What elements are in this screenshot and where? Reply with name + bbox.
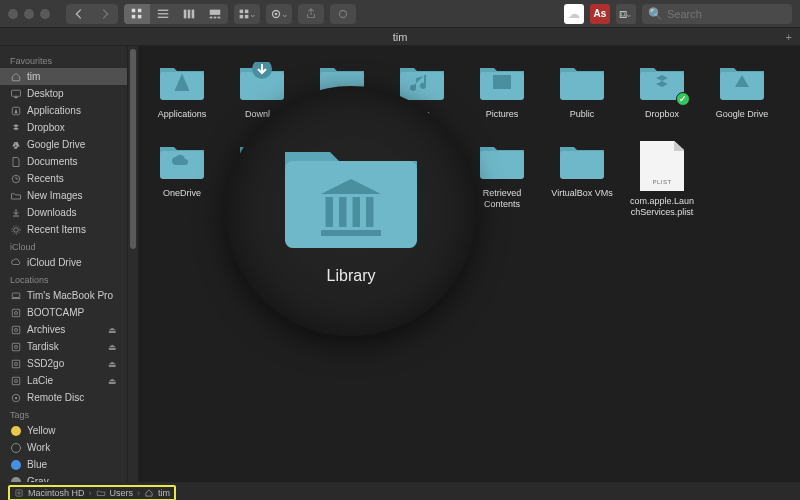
folder-item[interactable]: Pictures <box>468 62 536 129</box>
svg-point-65 <box>18 492 21 495</box>
sidebar-item-label: iCloud Drive <box>27 257 81 268</box>
search-input[interactable] <box>667 8 787 20</box>
cloud-indicator-icon[interactable]: ☁︎ <box>564 4 584 24</box>
sidebar-item[interactable]: Dropbox <box>0 119 127 136</box>
sidebar-item[interactable]: SSD2go⏏ <box>0 355 127 372</box>
sidebar-item[interactable]: Desktop <box>0 85 127 102</box>
sidebar-item[interactable]: Downloads <box>0 204 127 221</box>
path-segment[interactable]: Users <box>110 488 134 498</box>
home-icon <box>10 71 22 83</box>
sidebar-item[interactable]: Blue <box>0 456 127 473</box>
zoom-icon[interactable] <box>40 9 50 19</box>
sidebar-item[interactable]: Tardisk⏏ <box>0 338 127 355</box>
svg-rect-8 <box>188 9 191 18</box>
svg-rect-17 <box>245 14 249 18</box>
sidebar-item[interactable]: Remote Disc <box>0 389 127 406</box>
sidebar-header: iCloud <box>0 238 127 254</box>
minimize-icon[interactable] <box>24 9 34 19</box>
folder-item[interactable]: D… <box>308 141 376 218</box>
add-tab-button[interactable]: + <box>786 28 792 46</box>
svg-rect-2 <box>132 14 136 18</box>
app-tile-icon[interactable]: As <box>590 4 610 24</box>
folder-item[interactable]: …ic <box>388 62 456 129</box>
path-segment[interactable]: tim <box>158 488 170 498</box>
plist-file-icon: PLIST <box>640 141 684 191</box>
svg-point-40 <box>15 396 17 398</box>
tag-dot-icon <box>10 442 22 454</box>
gallery-view-button[interactable] <box>202 4 228 24</box>
svg-rect-57 <box>560 151 604 179</box>
tag-dot-icon <box>10 476 22 483</box>
sidebar-item[interactable]: tim <box>0 68 127 85</box>
svg-rect-16 <box>240 14 244 18</box>
column-view-button[interactable] <box>176 4 202 24</box>
sidebar-item[interactable]: iCloud Drive <box>0 254 127 271</box>
sidebar-item-label: Work <box>27 442 50 453</box>
search-field[interactable]: 🔍 <box>642 4 792 24</box>
folder-item[interactable]: Public <box>548 62 616 129</box>
magnifier-label: Library <box>327 267 376 285</box>
folder-item[interactable]: PLISTcom.apple.LaunchServices.plist <box>628 141 696 218</box>
sidebar-item[interactable]: Gray <box>0 473 127 482</box>
folder-item[interactable]: Desktop <box>228 141 296 218</box>
folder-item[interactable]: OneDrive <box>148 141 216 218</box>
svg-rect-33 <box>12 343 20 351</box>
sidebar-item[interactable]: Applications <box>0 102 127 119</box>
folder-item[interactable]: VirtualBox VMs <box>548 141 616 218</box>
folder-item[interactable]: Downl… <box>228 62 296 129</box>
share-button[interactable] <box>298 4 324 24</box>
sidebar-item[interactable]: Archives⏏ <box>0 321 127 338</box>
sidebar-item[interactable]: Tim's MacBook Pro <box>0 287 127 304</box>
disk-icon <box>10 307 22 319</box>
action-menu[interactable]: ⌄ <box>266 4 292 24</box>
toolbar: ⌄ ⌄ ☁︎ As ⧈⌄ 🔍 <box>0 0 800 28</box>
sidebar-item[interactable]: LaCie⏏ <box>0 372 127 389</box>
folder-item[interactable]: ✓Dropbox <box>628 62 696 129</box>
tag-dot-icon <box>10 425 22 437</box>
svg-rect-55 <box>400 151 444 179</box>
icon-view-button[interactable] <box>124 4 150 24</box>
folder-icon <box>316 141 368 183</box>
dropbox-icon <box>10 122 22 134</box>
eject-icon[interactable]: ⏏ <box>108 342 117 352</box>
dropbox-menu[interactable]: ⧈⌄ <box>616 4 636 24</box>
window-title: tim <box>393 31 408 43</box>
svg-point-32 <box>15 328 18 331</box>
list-view-button[interactable] <box>150 4 176 24</box>
sidebar-item[interactable]: Recents <box>0 170 127 187</box>
view-group <box>124 4 228 24</box>
back-button[interactable] <box>66 4 92 24</box>
eject-icon[interactable]: ⏏ <box>108 325 117 335</box>
eject-icon[interactable]: ⏏ <box>108 376 117 386</box>
sidebar-item[interactable]: Documents <box>0 153 127 170</box>
sidebar-item[interactable]: Recent Items <box>0 221 127 238</box>
forward-button[interactable] <box>92 4 118 24</box>
sidebar-item[interactable]: Work <box>0 439 127 456</box>
sidebar-scrollbar[interactable] <box>128 46 138 482</box>
folder-item[interactable]: Google Drive <box>708 62 776 129</box>
svg-rect-7 <box>184 9 187 18</box>
close-icon[interactable] <box>8 9 18 19</box>
disk-icon <box>14 488 24 498</box>
folder-icon: ✓ <box>636 62 688 104</box>
eject-icon[interactable]: ⏏ <box>108 359 117 369</box>
group-menu[interactable]: ⌄ <box>234 4 260 24</box>
folder-item[interactable]: …es <box>388 141 456 218</box>
sidebar-item[interactable]: BOOTCAMP <box>0 304 127 321</box>
sidebar-item[interactable]: New Images <box>0 187 127 204</box>
tags-button[interactable] <box>330 4 356 24</box>
item-label: …es <box>413 188 432 208</box>
sidebar-item[interactable]: Yellow <box>0 422 127 439</box>
window-controls[interactable] <box>8 9 50 19</box>
folder-item[interactable]: Retrieved Contents <box>468 141 536 218</box>
home-icon <box>144 488 154 498</box>
path-bar-highlight: Macintosh HD›Users›tim <box>8 485 176 500</box>
folder-item[interactable] <box>308 62 376 129</box>
svg-rect-1 <box>138 8 142 12</box>
path-segment[interactable]: Macintosh HD <box>28 488 85 498</box>
sidebar-item-label: tim <box>27 71 40 82</box>
sidebar-item-label: Dropbox <box>27 122 65 133</box>
sidebar-item[interactable]: Google Drive <box>0 136 127 153</box>
folder-item[interactable]: Applications <box>148 62 216 129</box>
item-label: OneDrive <box>163 188 201 208</box>
